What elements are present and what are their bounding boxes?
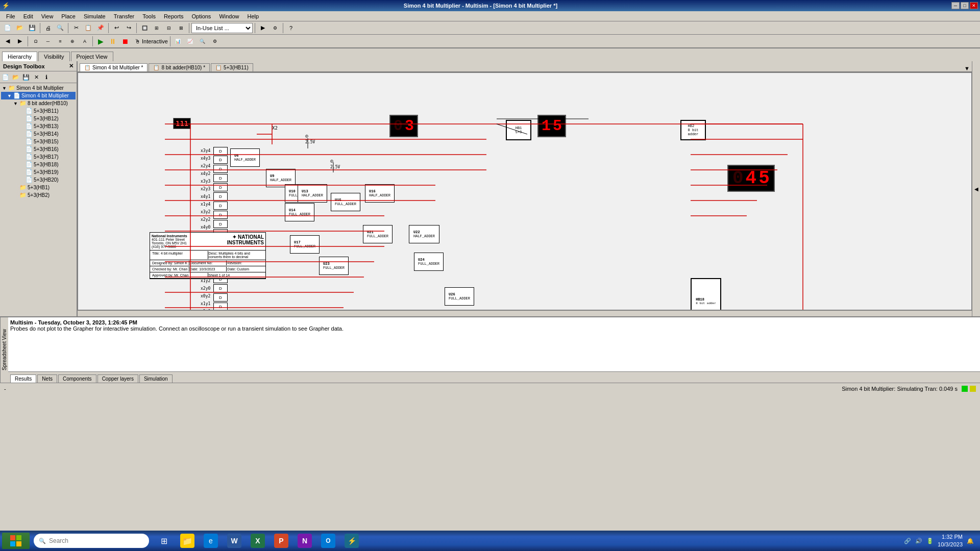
tree-item-5+3(hb16)[interactable]: 📄5+3(HB16) [1,145,76,153]
undo-btn[interactable]: ↩ [111,22,122,34]
taskbar-outlook[interactable]: O [317,532,339,550]
tree-item-5+3(hb19)[interactable]: 📄5+3(HB19) [1,168,76,176]
tab-project-view[interactable]: Project View [71,52,113,61]
sep10 [170,36,170,46]
tab-visibility[interactable]: Visibility [38,52,70,61]
tree-item-5+3(hb15)[interactable]: 📄5+3(HB15) [1,138,76,145]
search-input[interactable] [49,537,144,544]
grapher-btn[interactable]: 📊 [173,36,184,47]
menu-place[interactable]: Place [57,12,80,20]
tree-item-5+3(hb17)[interactable]: 📄5+3(HB17) [1,153,76,161]
tray-notification-icon[interactable]: 🔔 [967,538,974,544]
help-btn[interactable]: ? [285,22,297,34]
toolbox-open-btn[interactable]: 📂 [11,72,20,82]
print-preview-btn[interactable]: 🔍 [55,22,66,34]
start-button[interactable] [2,533,30,549]
tab-right-btn[interactable]: ▼ [964,65,970,71]
new-btn[interactable]: 📄 [2,22,13,34]
cut-btn[interactable]: ✂ [70,22,82,34]
system-clock[interactable]: 1:32 PM 10/3/2023 [938,533,963,549]
menu-file[interactable]: File [2,12,19,20]
menu-edit[interactable]: Edit [19,12,37,20]
taskbar-multisim[interactable]: ⚡ [341,532,362,550]
zoom-out-btn[interactable]: ⊞ [151,22,162,34]
redo-btn[interactable]: ↪ [123,22,134,34]
zoom-area-btn[interactable]: ⊠ [176,22,187,34]
toolbox-new-btn[interactable]: 📄 [1,72,10,82]
tab-5plus3[interactable]: 📋 5+3(HB11) [211,63,253,71]
component-u22: U22 HALF_ADDER [409,225,439,243]
tree-item-simon4bitmultiplier[interactable]: ▼📁Simon 4 bit Multiplier [1,84,76,92]
menu-tools[interactable]: Tools [138,12,160,20]
toolbox-info-btn[interactable]: ℹ [42,72,51,82]
title-bar-controls[interactable]: ─ □ ✕ [951,2,978,9]
taskbar-excel[interactable]: X [247,532,268,550]
play-sim-btn[interactable]: ▶ [95,36,106,47]
paste-btn[interactable]: 📌 [95,22,106,34]
analysis-btn[interactable]: 📈 [185,36,196,47]
tab-simulation[interactable]: Simulation [139,374,173,383]
print-btn[interactable]: 🖨 [42,22,54,34]
tab-hierarchy[interactable]: Hierarchy [2,52,37,61]
menu-view[interactable]: View [37,12,58,20]
tab-components[interactable]: Components [58,374,96,383]
tab-results[interactable]: Results [10,374,36,383]
menu-window[interactable]: Window [215,12,243,20]
tab-8bit-adder[interactable]: 📋 8 bit adder(HB10) * [149,63,210,71]
zoom-fit-btn[interactable]: ⊟ [163,22,175,34]
stop-sim-btn[interactable]: ⏹ [119,36,131,47]
taskbar-onenote[interactable]: N [294,532,315,550]
back-btn[interactable]: ◀ [2,36,13,47]
copy-btn[interactable]: 📋 [83,22,94,34]
in-use-list-dropdown[interactable]: In-Use List ... [191,23,253,33]
toolbox-close-btn[interactable]: ✕ [32,72,41,82]
tab-nets[interactable]: Nets [37,374,57,383]
canvas-area[interactable]: ⊙2.5V ⊙2.5V 111 X2 U6 HALF_ADDER U9 HALF… [78,72,972,310]
tree-item-5+3(hb11)[interactable]: 📄5+3(HB11) [1,107,76,115]
taskbar-file-explorer[interactable]: 📁 [177,532,198,550]
run-btn[interactable]: ▶ [257,22,268,34]
maximize-button[interactable]: □ [961,2,969,9]
tree-item-5+3(hb13)[interactable]: 📄5+3(HB13) [1,122,76,130]
horizontal-scrollbar[interactable] [78,310,972,316]
tab-simon-multiplier[interactable]: 📋 Simon 4 bit Multiplier * [80,63,148,71]
toolbox-save-btn[interactable]: 💾 [21,72,31,82]
tree-item-5+3(hb2)[interactable]: 📁5+3(HB2) [1,191,76,199]
sim-mode-btn[interactable]: ⚙ [270,22,281,34]
search-bar[interactable]: 🔍 [34,534,149,548]
junction-btn[interactable]: ⊕ [67,36,78,47]
taskbar-edge[interactable]: e [200,532,222,550]
menu-options[interactable]: Options [187,12,215,20]
bus-btn[interactable]: ≡ [55,36,66,47]
pause-sim-btn[interactable]: ⏸ [107,36,118,47]
menu-reports[interactable]: Reports [160,12,188,20]
tree-item-5+3(hb14)[interactable]: 📄5+3(HB14) [1,130,76,138]
settings-btn[interactable]: ⚙ [209,36,220,47]
menu-transfer[interactable]: Transfer [110,12,139,20]
menu-simulate[interactable]: Simulate [80,12,110,20]
tree-item-8bitadder(hb10)[interactable]: ▼📁8 bit adder(HB10) [1,99,76,107]
zoom-in-btn[interactable]: 🔲 [139,22,150,34]
taskbar-powerpoint[interactable]: P [271,532,292,550]
tree-item-simon4bitmultiplier[interactable]: ▼📄Simon 4 bit Multiplier [1,92,76,99]
tab-copper-layers[interactable]: Copper layers [97,374,138,383]
toolbox-close-icon[interactable]: ✕ [69,63,74,69]
label-btn[interactable]: A [79,36,90,47]
right-sidebar-handle[interactable]: ◀ [972,61,980,316]
taskbar-word[interactable]: W [224,532,245,550]
component-btn[interactable]: Ω [30,36,41,47]
minimize-button[interactable]: ─ [951,2,960,9]
menu-help[interactable]: Help [243,12,263,20]
taskbar-task-view[interactable]: ⊞ [153,532,175,550]
tree-item-5+3(hb20)[interactable]: 📄5+3(HB20) [1,176,76,184]
tree-item-5+3(hb18)[interactable]: 📄5+3(HB18) [1,161,76,168]
forward-btn[interactable]: ▶ [14,36,26,47]
save-btn[interactable]: 💾 [27,22,38,34]
spreadsheet-view-label[interactable]: Spreadsheet View [0,317,8,383]
probe-btn[interactable]: 🔍 [197,36,208,47]
wire-btn[interactable]: ─ [42,36,54,47]
tree-item-5+3(hb12)[interactable]: 📄5+3(HB12) [1,115,76,122]
close-button[interactable]: ✕ [970,2,978,9]
tree-item-5+3(hb1)[interactable]: 📁5+3(HB1) [1,184,76,191]
open-btn[interactable]: 📂 [14,22,26,34]
